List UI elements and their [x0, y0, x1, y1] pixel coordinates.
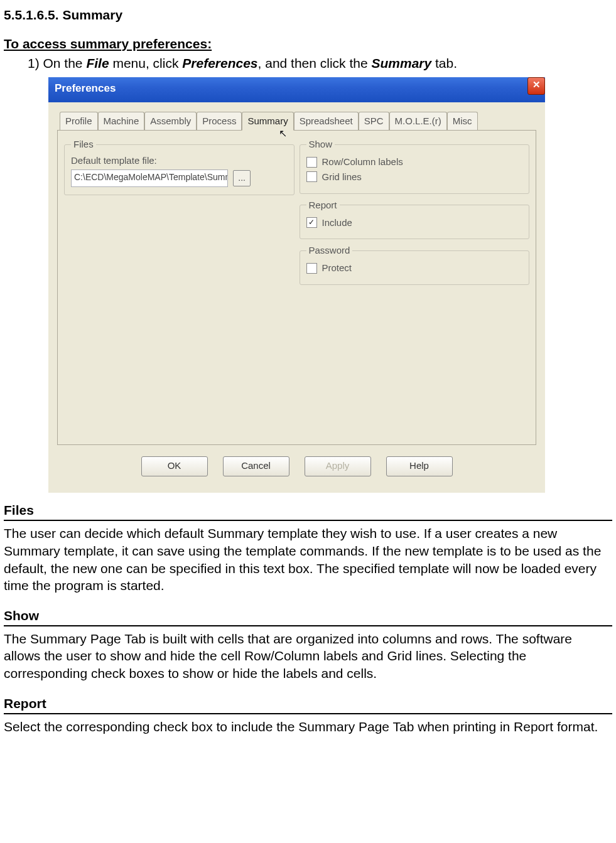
report-section-text: Select the corresponding check box to in…: [4, 718, 612, 736]
show-section-body: The Summary Page Tab is built with cells…: [4, 630, 612, 682]
step-text-3: , and then click the: [258, 56, 372, 70]
step-text-2: menu, click: [109, 56, 183, 70]
grid-lines-checkbox[interactable]: [306, 171, 317, 182]
tab-machine[interactable]: Machine: [98, 112, 145, 131]
files-section-body: The user can decide which default Summar…: [4, 525, 612, 594]
ok-button[interactable]: OK: [141, 456, 208, 476]
tab-spreadsheet[interactable]: Spreadsheet: [294, 112, 359, 131]
tab-profile[interactable]: Profile: [60, 112, 98, 131]
grid-lines-label: Grid lines: [322, 171, 362, 183]
dialog-titlebar[interactable]: Preferences ✕: [48, 77, 545, 102]
show-section-title: Show: [4, 607, 612, 626]
tab-assembly[interactable]: Assembly: [144, 112, 197, 131]
tab-process[interactable]: Process: [197, 112, 242, 131]
help-button[interactable]: Help: [386, 456, 453, 476]
section-number-title: 5.5.1.6.5. Summary: [4, 6, 612, 24]
files-group: Files Default template file: C:\ECD\Mega…: [64, 138, 294, 195]
dialog-title: Preferences: [55, 82, 116, 95]
tab-strip: Profile Machine Assembly Process Summary…: [60, 111, 536, 131]
step-1: 1) On the File menu, click Preferences, …: [28, 55, 612, 72]
files-section-title: Files: [4, 502, 612, 521]
files-legend: Files: [71, 138, 96, 151]
tab-mole[interactable]: M.O.L.E.(r): [389, 112, 447, 131]
password-group: Password Protect: [300, 244, 530, 285]
tab-misc[interactable]: Misc: [447, 112, 478, 131]
bold-summary: Summary: [371, 56, 431, 70]
step-text-4: tab.: [431, 56, 457, 70]
dialog-button-row: OK Cancel Apply Help: [57, 448, 536, 485]
row-column-labels-label: Row/Column labels: [322, 156, 403, 168]
include-label: Include: [322, 217, 352, 229]
close-icon[interactable]: ✕: [527, 77, 545, 95]
show-group: Show Row/Column labels Grid lines: [300, 138, 530, 193]
protect-checkbox[interactable]: [306, 263, 317, 274]
default-template-input[interactable]: C:\ECD\MegaMoleMAP\Template\Summ: [71, 169, 228, 187]
access-heading: To access summary preferences:: [4, 35, 612, 53]
preferences-dialog: Preferences ✕ Profile Machine Assembly P…: [46, 75, 548, 495]
password-legend: Password: [306, 244, 353, 257]
report-legend: Report: [306, 199, 340, 212]
report-section-body: Select the corresponding check box to in…: [4, 718, 612, 736]
cancel-button[interactable]: Cancel: [223, 456, 289, 476]
apply-button[interactable]: Apply: [305, 456, 371, 476]
bold-preferences: Preferences: [182, 56, 257, 70]
report-group: Report Include: [300, 199, 530, 240]
tab-spc[interactable]: SPC: [359, 112, 389, 131]
report-section-title: Report: [4, 695, 612, 714]
tab-summary[interactable]: Summary: [242, 112, 293, 131]
browse-button[interactable]: ...: [233, 170, 251, 186]
show-section-text: The Summary Page Tab is built with cells…: [4, 630, 612, 682]
protect-label: Protect: [322, 262, 352, 274]
bold-file: File: [86, 56, 109, 70]
step-text-1: 1) On the: [28, 56, 86, 70]
tab-pane-summary: ↖ Files Default template file: C:\ECD\Me…: [57, 130, 536, 445]
include-checkbox[interactable]: [306, 217, 317, 228]
files-section-text: The user can decide which default Summar…: [4, 525, 612, 594]
row-column-labels-checkbox[interactable]: [306, 157, 317, 168]
show-legend: Show: [306, 138, 335, 151]
default-template-label: Default template file:: [71, 154, 288, 167]
